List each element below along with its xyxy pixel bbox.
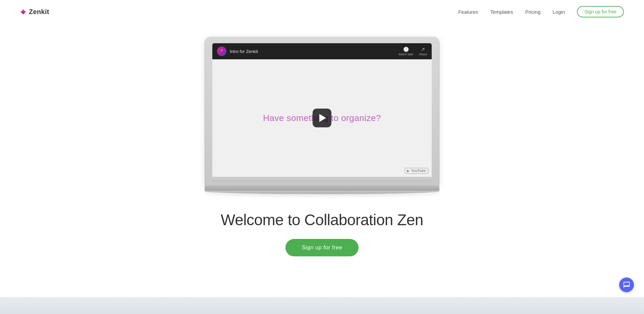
video-top-right: 🕐 Watch later ↗ Share (398, 47, 427, 56)
nav-features[interactable]: Features (458, 9, 478, 15)
youtube-play-icon: ▶ (407, 169, 410, 173)
channel-logo-icon (219, 49, 224, 54)
youtube-logo-area: ▶ YouTube (405, 168, 428, 174)
logo-text: Zenkit (29, 8, 49, 16)
video-content-area: Have something to organize? ▶ YouTube (212, 59, 432, 177)
svg-marker-3 (20, 11, 23, 14)
logo[interactable]: Zenkit (20, 8, 49, 16)
laptop-base-wrapper (205, 186, 439, 191)
laptop-foot-wrapper (205, 191, 439, 194)
laptop-bottom-bezel (212, 177, 432, 182)
laptop-hinge (205, 186, 439, 191)
main-nav: Features Templates Pricing Login Sign up… (458, 6, 624, 17)
svg-marker-2 (23, 11, 26, 14)
screen-inner: Intro for Zenkit 🕐 Watch later ↗ Share (212, 43, 432, 177)
play-button[interactable] (313, 109, 331, 127)
laptop-screen: Intro for Zenkit 🕐 Watch later ↗ Share (212, 43, 432, 177)
share-action[interactable]: ↗ Share (419, 47, 427, 56)
chat-icon (623, 281, 630, 289)
header: Zenkit Features Templates Pricing Login … (0, 0, 644, 23)
nav-templates[interactable]: Templates (490, 9, 513, 15)
laptop-mockup: Intro for Zenkit 🕐 Watch later ↗ Share (205, 37, 439, 194)
laptop-body: Intro for Zenkit 🕐 Watch later ↗ Share (205, 37, 439, 186)
nav-login[interactable]: Login (553, 9, 565, 15)
video-title: Intro for Zenkit (230, 49, 258, 54)
share-label: Share (419, 53, 427, 56)
share-icon: ↗ (421, 47, 425, 52)
video-topbar: Intro for Zenkit 🕐 Watch later ↗ Share (212, 43, 432, 59)
watch-later-label: Watch later (398, 53, 414, 56)
footer-bar (0, 297, 644, 314)
watch-later-icon: 🕐 (403, 47, 409, 52)
youtube-text: YouTube (411, 169, 426, 173)
watch-later-action[interactable]: 🕐 Watch later (398, 47, 414, 56)
youtube-badge: ▶ YouTube (405, 168, 428, 174)
chat-button[interactable] (619, 277, 634, 292)
laptop-foot (205, 191, 439, 194)
main-content: Intro for Zenkit 🕐 Watch later ↗ Share (0, 23, 644, 276)
hero-signup-button[interactable]: Sign up for free (285, 239, 358, 256)
play-icon (319, 114, 326, 122)
logo-icon (20, 9, 26, 15)
nav-pricing[interactable]: Pricing (525, 9, 541, 15)
hero-heading: Welcome to Collaboration Zen (221, 211, 423, 229)
nav-signup-button[interactable]: Sign up for free (577, 6, 624, 17)
video-top-left: Intro for Zenkit (217, 47, 258, 56)
channel-icon (217, 47, 226, 56)
